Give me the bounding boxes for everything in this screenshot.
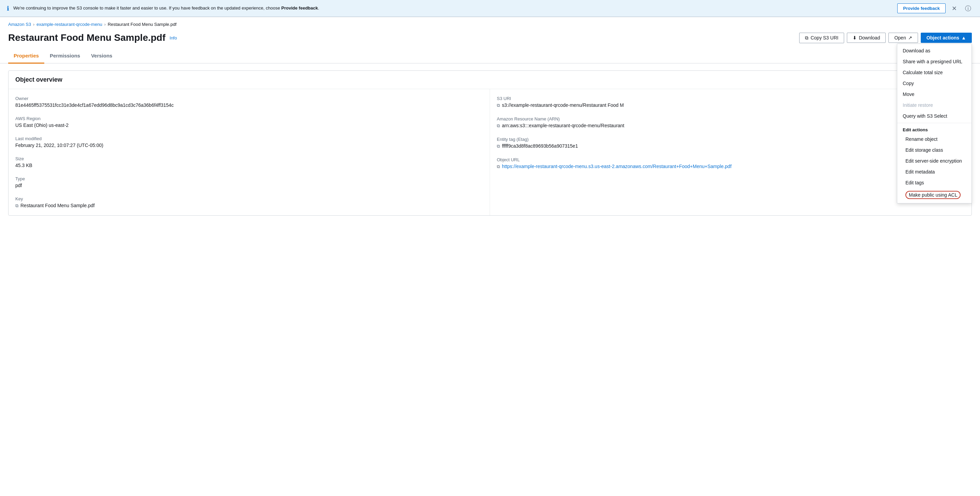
open-button[interactable]: Open ↗ bbox=[888, 33, 918, 43]
dropdown-edit-actions-header: Edit actions bbox=[897, 125, 972, 134]
key-copy-icon[interactable]: ⧉ bbox=[15, 203, 18, 209]
field-arn: Amazon Resource Name (ARN) ⧉ arn:aws:s3:… bbox=[497, 116, 965, 128]
overview-grid: Owner 81e4465ff5375531fcc31e3de4cf1a67ed… bbox=[8, 89, 972, 216]
header-actions: ⧉ Copy S3 URI ⬇ Download Open ↗ Object a… bbox=[799, 33, 972, 43]
field-etag: Entity tag (Etag) ⧉ fffff9ca3d8f8ac89693… bbox=[497, 137, 965, 149]
object-actions-button[interactable]: Object actions ▲ bbox=[921, 33, 972, 43]
field-object-url-label: Object URL bbox=[497, 157, 965, 162]
field-key: Key ⧉ Restaurant Food Menu Sample.pdf bbox=[15, 196, 483, 209]
field-object-url-link[interactable]: https://example-restaurant-qrcode-menu.s… bbox=[502, 164, 732, 169]
breadcrumb-current: Restaurant Food Menu Sample.pdf bbox=[108, 22, 177, 27]
breadcrumb-separator-1: › bbox=[33, 22, 34, 27]
field-owner: Owner 81e4465ff5375531fcc31e3de4cf1a67ed… bbox=[15, 96, 483, 108]
dropdown-edit-metadata[interactable]: Edit metadata bbox=[897, 166, 972, 177]
copy-s3-uri-label: Copy S3 URI bbox=[810, 35, 838, 41]
breadcrumb-bucket[interactable]: example-restaurant-qrcode-menu bbox=[37, 22, 102, 27]
dropdown-query-s3-select[interactable]: Query with S3 Select bbox=[897, 111, 972, 122]
field-object-url: Object URL ⧉ https://example-restaurant-… bbox=[497, 157, 965, 170]
etag-copy-icon[interactable]: ⧉ bbox=[497, 144, 500, 149]
field-s3-uri-label: S3 URI bbox=[497, 96, 965, 101]
tab-permissions[interactable]: Permissions bbox=[44, 50, 86, 63]
provide-feedback-button[interactable]: Provide feedback bbox=[897, 3, 946, 13]
object-url-copy-icon[interactable]: ⧉ bbox=[497, 164, 500, 170]
arn-copy-icon[interactable]: ⧉ bbox=[497, 123, 500, 128]
page-title-area: Restaurant Food Menu Sample.pdf Info bbox=[8, 32, 177, 43]
dropdown-copy[interactable]: Copy bbox=[897, 78, 972, 89]
field-size-label: Size bbox=[15, 156, 483, 161]
notification-info-button[interactable]: ⓘ bbox=[963, 4, 973, 13]
object-actions-chevron-icon: ▲ bbox=[961, 35, 966, 41]
object-actions-label: Object actions bbox=[926, 35, 959, 41]
notification-message: We're continuing to improve the S3 conso… bbox=[13, 5, 893, 11]
breadcrumb: Amazon S3 › example-restaurant-qrcode-me… bbox=[0, 17, 980, 30]
field-size: Size 45.3 KB bbox=[15, 156, 483, 168]
field-etag-value: fffff9ca3d8f8ac89693b56a907315e1 bbox=[502, 143, 578, 149]
breadcrumb-amazon-s3[interactable]: Amazon S3 bbox=[8, 22, 31, 27]
field-aws-region: AWS Region US East (Ohio) us-east-2 bbox=[15, 116, 483, 128]
make-public-highlight: Make public using ACL bbox=[905, 191, 961, 199]
field-type: Type pdf bbox=[15, 176, 483, 188]
download-icon: ⬇ bbox=[853, 35, 857, 41]
field-key-value: Restaurant Food Menu Sample.pdf bbox=[21, 203, 95, 208]
copy-s3-uri-button[interactable]: ⧉ Copy S3 URI bbox=[799, 33, 844, 43]
info-link[interactable]: Info bbox=[170, 35, 177, 41]
tabs-container: Properties Permissions Versions bbox=[0, 43, 980, 63]
field-last-modified-label: Last modified bbox=[15, 136, 483, 141]
close-notification-button[interactable]: ✕ bbox=[950, 4, 959, 13]
field-s3-uri-value: s3://example-restaurant-qrcode-menu/Rest… bbox=[502, 102, 624, 108]
section-title: Object overview bbox=[15, 76, 965, 83]
dropdown-download-as[interactable]: Download as bbox=[897, 45, 972, 56]
field-arn-value-container: ⧉ arn:aws:s3:::example-restaurant-qrcode… bbox=[497, 123, 965, 128]
field-arn-value: arn:aws:s3:::example-restaurant-qrcode-m… bbox=[502, 123, 625, 128]
field-aws-region-value: US East (Ohio) us-east-2 bbox=[15, 122, 483, 128]
field-owner-value: 81e4465ff5375531fcc31e3de4cf1a67edd96d8b… bbox=[15, 102, 483, 108]
main-container: Amazon S3 › example-restaurant-qrcode-me… bbox=[0, 17, 980, 496]
download-label: Download bbox=[859, 35, 880, 41]
field-arn-label: Amazon Resource Name (ARN) bbox=[497, 116, 965, 122]
download-button[interactable]: ⬇ Download bbox=[847, 33, 886, 43]
tab-versions[interactable]: Versions bbox=[86, 50, 118, 63]
field-last-modified: Last modified February 21, 2022, 10:07:2… bbox=[15, 136, 483, 148]
field-aws-region-label: AWS Region bbox=[15, 116, 483, 121]
open-external-icon: ↗ bbox=[908, 35, 912, 41]
dropdown-edit-server-side-encryption[interactable]: Edit server-side encryption bbox=[897, 155, 972, 166]
dropdown-rename-object[interactable]: Rename object bbox=[897, 134, 972, 144]
object-overview-section: Object overview Owner 81e4465ff5375531fc… bbox=[8, 70, 972, 216]
field-last-modified-value: February 21, 2022, 10:07:27 (UTC-05:00) bbox=[15, 143, 483, 148]
info-icon: ℹ bbox=[7, 5, 9, 12]
dropdown-divider bbox=[897, 123, 972, 123]
notification-bar: ℹ We're continuing to improve the S3 con… bbox=[0, 0, 980, 17]
field-s3-uri-value-container: ⧉ s3://example-restaurant-qrcode-menu/Re… bbox=[497, 102, 965, 108]
field-etag-label: Entity tag (Etag) bbox=[497, 137, 965, 142]
field-etag-value-container: ⧉ fffff9ca3d8f8ac89693b56a907315e1 bbox=[497, 143, 965, 149]
field-type-value: pdf bbox=[15, 183, 483, 188]
dropdown-edit-tags[interactable]: Edit tags bbox=[897, 177, 972, 188]
page-header: Restaurant Food Menu Sample.pdf Info ⧉ C… bbox=[0, 30, 980, 43]
object-actions-container: Object actions ▲ Download as Share with … bbox=[921, 33, 972, 43]
breadcrumb-separator-2: › bbox=[104, 22, 105, 27]
copy-s3-uri-icon: ⧉ bbox=[805, 35, 808, 41]
dropdown-initiate-restore: Initiate restore bbox=[897, 100, 972, 111]
page-title: Restaurant Food Menu Sample.pdf bbox=[8, 32, 165, 43]
overview-left: Owner 81e4465ff5375531fcc31e3de4cf1a67ed… bbox=[8, 89, 490, 216]
dropdown-share-presigned-url[interactable]: Share with a presigned URL bbox=[897, 56, 972, 67]
s3-uri-copy-icon[interactable]: ⧉ bbox=[497, 103, 500, 108]
object-actions-dropdown: Download as Share with a presigned URL C… bbox=[897, 44, 972, 203]
section-header: Object overview bbox=[8, 71, 972, 89]
field-type-label: Type bbox=[15, 176, 483, 181]
dropdown-calculate-total-size[interactable]: Calculate total size bbox=[897, 67, 972, 78]
field-owner-label: Owner bbox=[15, 96, 483, 101]
tab-properties[interactable]: Properties bbox=[8, 50, 44, 63]
dropdown-make-public-acl[interactable]: Make public using ACL bbox=[897, 188, 972, 202]
field-size-value: 45.3 KB bbox=[15, 163, 483, 168]
field-key-value-container: ⧉ Restaurant Food Menu Sample.pdf bbox=[15, 203, 483, 209]
field-s3-uri: S3 URI ⧉ s3://example-restaurant-qrcode-… bbox=[497, 96, 965, 108]
open-label: Open bbox=[894, 35, 906, 41]
field-object-url-value-container: ⧉ https://example-restaurant-qrcode-menu… bbox=[497, 164, 965, 170]
dropdown-move[interactable]: Move bbox=[897, 89, 972, 100]
dropdown-edit-storage-class[interactable]: Edit storage class bbox=[897, 144, 972, 155]
field-key-label: Key bbox=[15, 196, 483, 201]
